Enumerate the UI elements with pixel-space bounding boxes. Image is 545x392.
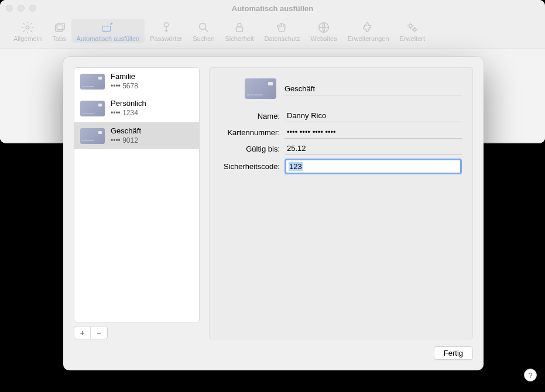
tab-advanced[interactable]: Erweitert — [395, 19, 430, 43]
name-input[interactable] — [285, 109, 462, 122]
remove-card-button[interactable]: − — [91, 326, 107, 339]
svg-rect-2 — [57, 23, 64, 30]
card-icon — [245, 78, 276, 99]
help-button[interactable]: ? — [524, 369, 537, 381]
tab-general[interactable]: Allgemein — [8, 19, 47, 43]
tab-label: Websites — [311, 35, 337, 42]
card-name: Familie — [111, 72, 138, 82]
tabs-icon — [53, 21, 66, 34]
valid-thru-input[interactable] — [285, 142, 462, 155]
svg-rect-1 — [56, 25, 63, 31]
tab-privacy[interactable]: Datenschutz — [259, 19, 305, 43]
card-item-familie[interactable]: Familie •••• 5678 — [74, 68, 199, 95]
credit-cards-sheet: Familie •••• 5678 Persönlich •••• 1234 G… — [63, 57, 484, 370]
gears-icon — [406, 21, 419, 34]
tab-label: Datenschutz — [264, 35, 300, 42]
titlebar: Automatisch ausfüllen — [0, 0, 545, 16]
card-icon — [80, 101, 105, 116]
card-item-geschaeft[interactable]: Geschäft •••• 9012 — [74, 122, 199, 149]
svg-rect-3 — [102, 26, 111, 32]
tab-label: Passwörter — [150, 35, 182, 42]
card-list: Familie •••• 5678 Persönlich •••• 1234 G… — [74, 67, 200, 322]
card-digits: •••• 5678 — [111, 82, 138, 91]
tab-label: Erweitert — [400, 35, 425, 42]
tab-websites[interactable]: Websites — [306, 19, 342, 43]
tab-security[interactable]: Sicherheit — [220, 19, 259, 43]
card-description-input[interactable] — [283, 82, 462, 95]
window-title: Automatisch ausfüllen — [0, 4, 545, 13]
svg-point-4 — [164, 23, 168, 27]
card-detail-panel: Name: Kartennummer: Gültig bis: Sicherhe… — [209, 67, 473, 339]
svg-point-0 — [26, 26, 29, 29]
card-name: Geschäft — [111, 126, 141, 136]
tab-label: Tabs — [52, 35, 66, 42]
tab-autofill[interactable]: Automatisch ausfüllen — [71, 19, 145, 43]
tab-extensions[interactable]: Erweiterungen — [342, 19, 395, 43]
tab-search[interactable]: Suchen — [187, 19, 220, 43]
hand-icon — [276, 21, 289, 34]
valid-thru-label: Gültig bis: — [220, 145, 285, 153]
svg-point-5 — [200, 23, 206, 30]
globe-icon — [317, 21, 330, 34]
key-icon — [160, 21, 173, 34]
svg-point-9 — [414, 28, 417, 31]
card-icon — [80, 128, 105, 144]
prefs-toolbar: Allgemein Tabs Automatisch ausfüllen Pas… — [0, 16, 545, 49]
svg-point-8 — [409, 25, 413, 28]
gear-icon — [21, 21, 34, 34]
tab-label: Suchen — [193, 35, 214, 42]
tab-label: Sicherheit — [225, 35, 254, 42]
security-code-input[interactable]: 123 — [285, 159, 462, 174]
done-button[interactable]: Fertig — [434, 346, 473, 360]
card-number-input[interactable] — [285, 126, 462, 139]
card-icon — [80, 74, 105, 90]
tab-label: Erweiterungen — [348, 35, 389, 42]
security-code-label: Sicherheitscode: — [220, 162, 285, 171]
name-label: Name: — [220, 112, 285, 121]
autofill-icon — [101, 21, 114, 34]
card-number-label: Kartennummer: — [220, 128, 285, 137]
svg-rect-6 — [236, 27, 242, 32]
card-digits: •••• 1234 — [111, 109, 146, 118]
card-item-persoenlich[interactable]: Persönlich •••• 1234 — [74, 95, 199, 122]
tab-tabs[interactable]: Tabs — [47, 19, 71, 43]
tab-label: Automatisch ausfüllen — [77, 35, 140, 42]
card-name: Persönlich — [111, 99, 146, 109]
add-card-button[interactable]: + — [74, 326, 91, 339]
puzzle-icon — [362, 21, 375, 34]
search-icon — [197, 21, 210, 34]
tab-label: Allgemein — [13, 35, 42, 42]
tab-passwords[interactable]: Passwörter — [145, 19, 187, 43]
card-digits: •••• 9012 — [111, 136, 141, 146]
lock-icon — [233, 21, 246, 34]
